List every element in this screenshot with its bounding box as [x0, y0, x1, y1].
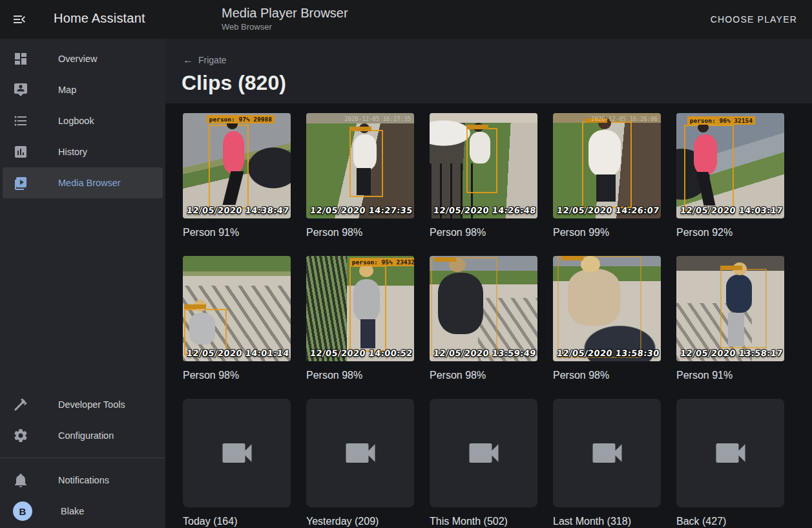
clip-thumbnail: person: 97% 29988 12/05/2020 14:38:47 [183, 113, 291, 218]
folder-caption: Back (427) [676, 514, 784, 528]
media-browser-header: ← Frigate Clips (820) [165, 39, 812, 103]
clip-caption: Person 91% [676, 368, 784, 383]
detection-bounding-box [557, 256, 641, 358]
folder-thumbnail [553, 399, 661, 507]
gear-icon [13, 428, 28, 443]
sidebar-item-media-browser[interactable]: Media Browser [3, 167, 163, 198]
video-camera-icon [218, 434, 256, 472]
folder-caption: Yesterday (209) [306, 514, 414, 528]
folder-thumbnail [306, 399, 414, 507]
app-title: Home Assistant [54, 11, 145, 26]
detection-label: person: 95% 23432 [349, 258, 414, 266]
sidebar-item-label: Notifications [58, 475, 109, 485]
detection-bounding-box [431, 257, 498, 356]
bell-icon [13, 472, 28, 488]
dashboard-icon [13, 51, 28, 67]
clip-card[interactable]: 12/05/2020 14:01:14 Person 98% [183, 256, 291, 399]
detection-chip-small [434, 257, 456, 262]
sidebar-toggle-icon[interactable] [12, 12, 27, 27]
clip-timestamp: 12/05/2020 13:58:30 [556, 348, 660, 358]
clip-caption: Person 98% [183, 368, 291, 383]
folder-card-today[interactable]: Today (164) [183, 399, 291, 528]
video-camera-icon [341, 434, 380, 472]
clip-card[interactable]: 12/05/2020 13:58:17 Person 91% [676, 256, 784, 399]
media-play-box-icon [13, 175, 28, 191]
clip-card[interactable]: person: 97% 29988 12/05/2020 14:38:47 Pe… [183, 113, 291, 256]
camera-overlay-timestamp: 2020-12-05 16:26:06 [591, 116, 658, 122]
clip-caption: Person 98% [553, 368, 661, 383]
folder-card-last-month[interactable]: Last Month (318) [553, 399, 661, 528]
clip-caption: Person 98% [430, 225, 537, 240]
clip-timestamp: 12/05/2020 14:38:47 [186, 206, 289, 215]
sidebar-item-logbook[interactable]: Logbook [3, 105, 163, 136]
video-camera-icon [464, 434, 503, 472]
sidebar-item-label: History [58, 147, 87, 157]
choose-player-button[interactable]: CHOOSE PLAYER [707, 12, 801, 27]
clip-timestamp: 12/05/2020 14:00:52 [309, 348, 413, 358]
detection-chip-small [184, 304, 206, 309]
clip-card[interactable]: 2020-12-05 16:26:06 12/05/2020 14:26:07 … [553, 113, 661, 256]
folder-thumbnail [430, 399, 537, 507]
folder-caption: Today (164) [183, 514, 291, 528]
detection-chip-small [720, 266, 742, 270]
clips-grid: person: 97% 29988 12/05/2020 14:38:47 Pe… [183, 113, 812, 528]
user-name: Blake [61, 506, 84, 516]
clip-card[interactable]: 12/05/2020 13:59:49 Person 98% [430, 256, 537, 399]
folder-card-this-month[interactable]: This Month (502) [430, 399, 537, 528]
sidebar-item-overview[interactable]: Overview [3, 43, 163, 74]
clip-thumbnail: person: 96% 32154 12/05/2020 14:03:17 [676, 113, 784, 218]
chart-icon [13, 144, 28, 160]
clip-caption: Person 98% [306, 225, 414, 240]
detection-bounding-box [466, 128, 497, 193]
folder-caption: Last Month (318) [553, 514, 661, 528]
clip-timestamp: 12/05/2020 14:03:17 [680, 206, 783, 215]
sidebar-item-label: Overview [58, 54, 97, 64]
clip-caption: Person 98% [430, 368, 537, 383]
folder-card-back[interactable]: Back (427) [676, 399, 784, 528]
sidebar-item-developer-tools[interactable]: Developer Tools [3, 389, 163, 420]
sidebar-item-history[interactable]: History [3, 136, 163, 167]
list-icon [13, 113, 28, 129]
sidebar-item-user-profile[interactable]: B Blake [3, 496, 163, 527]
clip-caption: Person 99% [553, 225, 661, 240]
clip-thumbnail: person: 95% 23432 12/05/2020 14:00:52 [306, 256, 414, 361]
clip-thumbnail: 2020-12-05 16:27:35 12/05/2020 14:27:35 [306, 113, 414, 218]
clip-card[interactable]: person: 96% 32154 12/05/2020 14:03:17 Pe… [676, 113, 784, 256]
sidebar-item-label: Media Browser [58, 178, 121, 188]
clip-timestamp: 12/05/2020 13:58:17 [680, 348, 783, 358]
sidebar-item-label: Developer Tools [58, 399, 125, 410]
folder-thumbnail [183, 399, 291, 507]
clip-card[interactable]: 12/05/2020 14:26:48 Person 98% [430, 113, 537, 256]
sidebar-item-configuration[interactable]: Configuration [3, 420, 163, 451]
clip-caption: Person 98% [306, 368, 414, 383]
video-camera-icon [588, 434, 627, 472]
breadcrumb-back-frigate[interactable]: ← Frigate [183, 54, 227, 66]
avatar: B [13, 502, 32, 521]
sidebar-item-notifications[interactable]: Notifications [3, 465, 163, 496]
folder-card-yesterday[interactable]: Yesterday (209) [306, 399, 414, 528]
sidebar-item-label: Logbook [58, 116, 94, 126]
current-player-label: Web Browser [222, 22, 348, 32]
clip-thumbnail: 12/05/2020 13:58:30 [553, 256, 661, 361]
clip-caption: Person 91% [183, 225, 291, 240]
clip-timestamp: 12/05/2020 14:26:07 [556, 206, 660, 215]
clip-card[interactable]: 2020-12-05 16:27:35 12/05/2020 14:27:35 … [306, 113, 414, 256]
detection-chip-small [561, 256, 583, 260]
hammer-icon [13, 397, 28, 412]
page-header: Media Player Browser Web Browser [222, 6, 348, 32]
clip-thumbnail: 2020-12-05 16:26:06 12/05/2020 14:26:07 [553, 113, 661, 218]
clip-thumbnail: 12/05/2020 13:58:17 [676, 256, 784, 361]
clip-caption: Person 92% [676, 225, 784, 240]
clip-card[interactable]: 12/05/2020 13:58:30 Person 98% [553, 256, 661, 399]
sidebar-item-label: Map [58, 85, 76, 95]
clip-thumbnail: 12/05/2020 14:01:14 [183, 256, 291, 361]
media-player-browser-title: Media Player Browser [222, 6, 348, 21]
clip-timestamp: 12/05/2020 13:59:49 [433, 348, 536, 358]
folder-thumbnail [676, 399, 784, 507]
clip-card[interactable]: person: 95% 23432 12/05/2020 14:00:52 Pe… [306, 256, 414, 399]
sidebar-item-map[interactable]: Map [3, 74, 163, 105]
page-title: Clips (820) [182, 71, 286, 95]
back-arrow-icon: ← [183, 54, 193, 66]
app-header: Home Assistant Media Player Browser Web … [0, 0, 812, 39]
sidebar-item-label: Configuration [58, 430, 114, 441]
